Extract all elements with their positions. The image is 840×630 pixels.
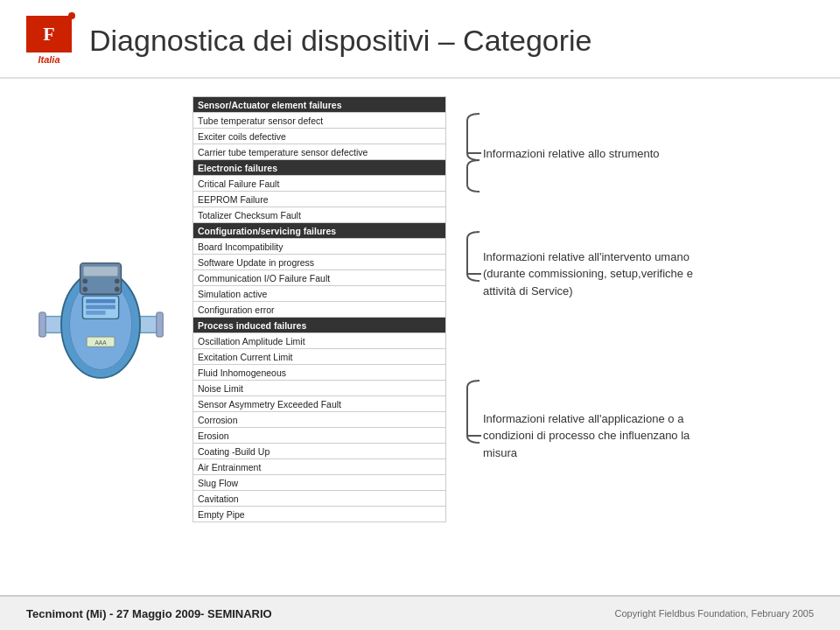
table-cell: Excitation Current Limit (193, 349, 446, 365)
table-row: Oscillation Amplitude Limit (193, 333, 446, 349)
table-cell: Simulation active (193, 286, 446, 302)
table-row: Critical Failure Fault (193, 176, 446, 192)
table-row: Carrier tube temperature sensor defectiv… (193, 144, 446, 160)
table-row: Coating -Build Up (193, 444, 446, 459)
svg-point-17 (114, 287, 119, 292)
table-row: Tube temperatur sensor defect (193, 113, 446, 129)
bracket-1-svg (464, 112, 483, 195)
table-container: Sensor/Actuator element failuresTube tem… (192, 96, 446, 578)
table-row: Exciter coils defective (193, 129, 446, 144)
info-text-3-line2: condizioni di processo che influenzano l… (483, 429, 690, 442)
table-cell: Corrosion (193, 412, 446, 428)
table-cell: Communication I/O Failure Fault (193, 270, 446, 286)
info-group-2: Informazioni relative all'intervento uma… (464, 230, 814, 318)
svg-rect-5 (86, 299, 116, 304)
svg-point-16 (82, 287, 88, 292)
table-row: Totalizer Checksum Fault (193, 207, 446, 223)
table-row: Simulation active (193, 286, 446, 302)
table-row: Cavitation (193, 491, 446, 507)
table-cell: Software Update in progress (193, 255, 446, 270)
table-row: Communication I/O Failure Fault (193, 270, 446, 286)
page-title: Diagnostica dei dispositivi – Categorie (89, 24, 592, 58)
table-cell: Critical Failure Fault (193, 176, 446, 192)
table-group-header: Configuration/servicing failures (193, 223, 446, 239)
svg-rect-7 (86, 311, 106, 315)
table-cell: Slug Flow (193, 475, 446, 491)
footer-right-text: Copyright Fieldbus Foundation, February … (615, 608, 814, 619)
table-row: Sensor Asymmetry Exceeded Fault (193, 396, 446, 412)
info-text-3-line3: misura (483, 446, 517, 459)
instrument-svg: AAA (33, 206, 169, 468)
table-cell: Erosion (193, 428, 446, 444)
table-cell: Tube temperatur sensor defect (193, 113, 446, 129)
logo-f-letter: F (43, 23, 54, 46)
table-row: Empty Pipe (193, 507, 446, 522)
svg-rect-11 (156, 312, 163, 337)
info-group-1: Informazioni relative allo strumento (464, 112, 814, 195)
page-header: F Italia Diagnostica dei dispositivi – C… (0, 0, 840, 79)
info-text-2-line3: attività di Service) (483, 284, 573, 298)
table-row: Slug Flow (193, 475, 446, 491)
table-row: Configuration error (193, 302, 446, 318)
svg-point-15 (114, 278, 119, 284)
instrument-image: AAA (26, 96, 175, 578)
info-panel: Informazioni relative allo strumento Inf… (464, 96, 814, 578)
table-group-header: Sensor/Actuator element failures (193, 97, 446, 113)
table-group-header: Electronic failures (193, 160, 446, 176)
footer-left-text: Tecnimont (Mi) - 27 Maggio 2009- SEMINAR… (26, 607, 272, 620)
table-cell: Configuration error (193, 302, 446, 318)
page-footer: Tecnimont (Mi) - 27 Maggio 2009- SEMINAR… (0, 595, 840, 630)
svg-rect-13 (83, 266, 117, 276)
info-text-3-line1: Informazioni relative all'applicazione o… (483, 412, 683, 425)
table-row: Corrosion (193, 412, 446, 428)
table-cell: Oscillation Amplitude Limit (193, 333, 446, 349)
logo-container: F Italia (26, 16, 72, 65)
svg-point-14 (82, 278, 88, 284)
table-row: Erosion (193, 428, 446, 444)
svg-text:AAA: AAA (94, 340, 107, 346)
table-cell: Fluid Inhomogeneous (193, 365, 446, 381)
logo-square: F (26, 16, 72, 52)
logo-dot (68, 12, 75, 19)
table-row: Software Update in progress (193, 255, 446, 270)
info-text-2-line2: (durante commissioning, setup,verifiche … (483, 267, 693, 280)
table-cell: Empty Pipe (193, 507, 446, 522)
table-cell: Cavitation (193, 491, 446, 507)
logo-italia: Italia (38, 54, 60, 65)
table-row: Excitation Current Limit (193, 349, 446, 365)
svg-rect-10 (38, 312, 46, 337)
bracket-3-svg (464, 379, 483, 493)
table-cell: Board Incompatibility (193, 239, 446, 255)
info-text-1: Informazioni relative allo strumento (483, 145, 660, 163)
table-cell: EEPROM Failure (193, 192, 446, 207)
table-row: EEPROM Failure (193, 192, 446, 207)
table-cell: Exciter coils defective (193, 129, 446, 144)
table-row: Fluid Inhomogeneous (193, 365, 446, 381)
diagnostics-table: Sensor/Actuator element failuresTube tem… (192, 96, 446, 522)
table-cell: Totalizer Checksum Fault (193, 207, 446, 223)
table-cell: Noise Limit (193, 381, 446, 396)
info-group-3: Informazioni relative all'applicazione o… (464, 379, 814, 493)
svg-rect-6 (86, 304, 116, 309)
table-row: Board Incompatibility (193, 239, 446, 255)
bracket-2-svg (464, 230, 483, 318)
table-cell: Carrier tube temperature sensor defectiv… (193, 144, 446, 160)
table-row: Noise Limit (193, 381, 446, 396)
table-row: Air Entrainment (193, 459, 446, 475)
main-content: AAA Sensor/Actuator element failuresTube… (0, 79, 840, 595)
table-cell: Coating -Build Up (193, 444, 446, 459)
info-text-2: Informazioni relative all'intervento uma… (483, 248, 693, 300)
info-text-3: Informazioni relative all'applicazione o… (483, 410, 690, 462)
table-group-header: Process induced failures (193, 318, 446, 333)
info-text-2-line1: Informazioni relative all'intervento uma… (483, 250, 690, 263)
table-cell: Sensor Asymmetry Exceeded Fault (193, 396, 446, 412)
table-cell: Air Entrainment (193, 459, 446, 475)
